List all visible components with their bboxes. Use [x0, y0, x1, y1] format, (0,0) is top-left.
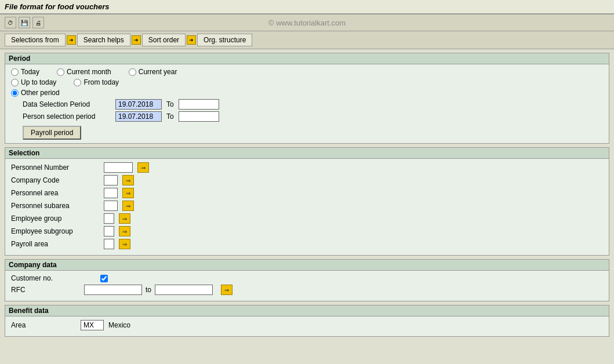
employee-subgroup-label: Employee subgroup	[11, 227, 104, 235]
arrow-icon-rfc: ⇒	[224, 287, 229, 293]
area-input[interactable]	[81, 320, 104, 330]
selections-from-label: Selections from	[11, 36, 59, 44]
page-title: File format for food vouchers	[5, 2, 110, 11]
arrow-icon-1: ⇒	[141, 165, 146, 171]
data-selection-label: Data Selection Period	[23, 100, 115, 108]
arrow-icon-7: ⇒	[122, 241, 127, 247]
data-selection-from-input[interactable]	[115, 99, 162, 110]
personnel-area-row: Personnel area ⇒	[11, 188, 603, 198]
radio-today[interactable]: Today	[11, 68, 39, 76]
employee-group-input[interactable]	[104, 213, 114, 224]
customer-no-checkbox[interactable]	[100, 275, 108, 282]
org-structure-button[interactable]: Org. structure	[197, 34, 252, 46]
print-icon[interactable]: 🖨	[32, 17, 44, 28]
customer-no-label: Customer no.	[11, 274, 81, 282]
personnel-subarea-row: Personnel subarea ⇒	[11, 201, 603, 211]
area-text: Mexico	[108, 321, 130, 329]
area-row: Area Mexico	[11, 320, 603, 330]
person-selection-to-label: To	[166, 112, 174, 121]
radio-current-year[interactable]: Current year	[129, 68, 177, 76]
sort-order-button[interactable]: Sort order	[142, 34, 186, 46]
sort-order-label: Sort order	[148, 36, 179, 44]
radio-current-month[interactable]: Current month	[57, 68, 111, 76]
employee-subgroup-arrow-btn[interactable]: ⇒	[119, 226, 130, 236]
selection-title: Selection	[5, 148, 609, 159]
company-data-section: Company data Customer no. RFC to ⇒	[5, 259, 609, 301]
area-label: Area	[11, 321, 81, 329]
customer-no-row: Customer no.	[11, 274, 603, 282]
personnel-number-input[interactable]	[104, 162, 133, 173]
radio-today-label: Today	[21, 68, 39, 76]
save-icon[interactable]: 💾	[19, 17, 30, 28]
nav-bar: Selections from ➔ Search helps ➔ Sort or…	[0, 31, 614, 49]
radio-up-to-today-label: Up to today	[21, 78, 56, 86]
radio-other-period-label: Other period	[21, 89, 60, 97]
employee-subgroup-row: Employee subgroup ⇒	[11, 226, 603, 236]
rfc-arrow-btn[interactable]: ⇒	[221, 285, 232, 295]
data-selection-to-label: To	[166, 100, 174, 108]
company-code-arrow-btn[interactable]: ⇒	[122, 175, 134, 185]
radio-from-today-label: From today	[83, 78, 119, 86]
nav-arrow-2: ➔	[132, 35, 141, 45]
personnel-number-arrow-btn[interactable]: ⇒	[137, 162, 149, 173]
payroll-period-button[interactable]: Payroll period	[23, 126, 81, 140]
toolbar: ⏱ 💾 🖨 © www.tutorialkart.com	[0, 14, 614, 31]
selections-from-button[interactable]: Selections from	[5, 34, 66, 46]
employee-group-arrow-btn[interactable]: ⇒	[119, 213, 130, 224]
personnel-number-row: Personnel Number ⇒	[11, 162, 603, 173]
person-selection-to-input[interactable]	[179, 111, 219, 122]
rfc-label: RFC	[11, 286, 81, 294]
personnel-subarea-input[interactable]	[104, 201, 118, 211]
personnel-subarea-arrow-btn[interactable]: ⇒	[122, 201, 134, 211]
employee-group-label: Employee group	[11, 214, 104, 223]
personnel-area-label: Personnel area	[11, 189, 104, 197]
nav-arrow-3: ➔	[187, 35, 196, 45]
arrow-icon-3: ⇒	[126, 190, 130, 196]
employee-subgroup-input[interactable]	[104, 226, 114, 236]
period-title: Period	[5, 53, 609, 64]
personnel-number-label: Personnel Number	[11, 163, 104, 172]
search-helps-button[interactable]: Search helps	[77, 34, 130, 46]
personnel-area-arrow-btn[interactable]: ⇒	[122, 188, 134, 198]
personnel-subarea-label: Personnel subarea	[11, 202, 104, 210]
nav-arrow-1: ➔	[67, 35, 76, 45]
period-section: Period Today Current month Current year	[5, 53, 609, 144]
benefit-data-section: Benefit data Area Mexico	[5, 305, 609, 337]
title-bar: File format for food vouchers	[0, 0, 614, 14]
watermark: © www.tutorialkart.com	[268, 19, 346, 27]
company-data-title: Company data	[5, 260, 609, 271]
selection-section: Selection Personnel Number ⇒ Company Cod…	[5, 147, 609, 256]
radio-other-period[interactable]: Other period	[11, 89, 60, 97]
arrow-icon-2: ⇒	[126, 177, 130, 184]
company-code-input[interactable]	[104, 175, 118, 185]
data-selection-to-input[interactable]	[179, 99, 219, 110]
arrow-icon-5: ⇒	[122, 216, 127, 222]
person-selection-label: Person selection period	[23, 112, 115, 121]
clock-icon[interactable]: ⏱	[5, 17, 16, 28]
radio-current-year-label: Current year	[139, 68, 177, 76]
rfc-to-label: to	[146, 286, 151, 294]
personnel-area-input[interactable]	[104, 188, 118, 198]
radio-from-today[interactable]: From today	[74, 78, 119, 86]
benefit-data-title: Benefit data	[5, 305, 609, 316]
radio-current-month-label: Current month	[67, 68, 111, 76]
rfc-from-input[interactable]	[84, 285, 142, 295]
payroll-area-input[interactable]	[104, 239, 114, 249]
org-structure-label: Org. structure	[204, 36, 246, 44]
search-helps-label: Search helps	[83, 36, 124, 44]
payroll-period-label: Payroll period	[31, 129, 73, 137]
rfc-row: RFC to ⇒	[11, 285, 603, 295]
payroll-area-label: Payroll area	[11, 240, 104, 248]
person-selection-from-input[interactable]	[115, 111, 162, 122]
radio-up-to-today[interactable]: Up to today	[11, 78, 56, 86]
arrow-icon-4: ⇒	[126, 203, 130, 209]
arrow-icon-6: ⇒	[122, 228, 127, 235]
payroll-area-row: Payroll area ⇒	[11, 239, 603, 249]
employee-group-row: Employee group ⇒	[11, 213, 603, 224]
payroll-area-arrow-btn[interactable]: ⇒	[119, 239, 130, 249]
company-code-row: Company Code ⇒	[11, 175, 603, 185]
company-code-label: Company Code	[11, 176, 104, 184]
rfc-to-input[interactable]	[155, 285, 213, 295]
